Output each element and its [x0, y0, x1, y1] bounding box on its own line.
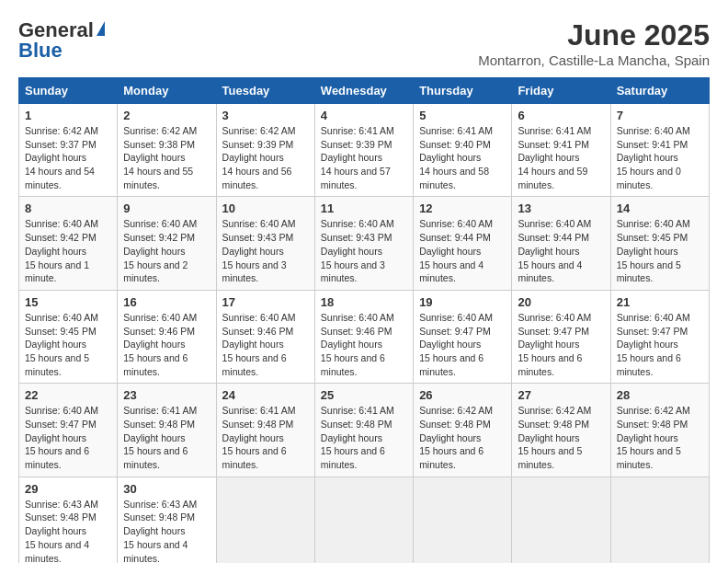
day-number: 9 [123, 201, 210, 215]
daylight-label: Daylight hours [419, 152, 481, 163]
cell-content: Sunrise: 6:40 AM Sunset: 9:42 PM Dayligh… [25, 217, 111, 284]
calendar-cell [512, 477, 610, 563]
sunset-label: Sunset: 9:40 PM [419, 139, 491, 150]
daylight-value: 15 hours and 6 minutes. [321, 445, 385, 470]
daylight-value: 15 hours and 6 minutes. [518, 352, 582, 377]
sunset-label: Sunset: 9:41 PM [617, 139, 688, 150]
daylight-value: 15 hours and 4 minutes. [25, 539, 89, 563]
calendar-cell [414, 477, 512, 563]
day-number: 13 [518, 201, 604, 215]
daylight-label: Daylight hours [123, 339, 185, 350]
daylight-label: Daylight hours [123, 246, 185, 257]
sunset-label: Sunset: 9:38 PM [123, 139, 195, 150]
daylight-value: 15 hours and 6 minutes. [123, 445, 188, 470]
sunset-label: Sunset: 9:47 PM [518, 326, 589, 337]
sunset-label: Sunset: 9:39 PM [321, 139, 392, 150]
sunrise-label: Sunrise: 6:41 AM [518, 125, 591, 136]
daylight-value: 15 hours and 2 minutes. [123, 259, 188, 284]
calendar-cell: 25 Sunrise: 6:41 AM Sunset: 9:48 PM Dayl… [314, 384, 413, 477]
sunrise-label: Sunrise: 6:42 AM [419, 405, 493, 416]
cell-content: Sunrise: 6:41 AM Sunset: 9:40 PM Dayligh… [419, 124, 506, 191]
day-number: 10 [222, 201, 309, 215]
sunrise-label: Sunrise: 6:40 AM [321, 312, 394, 323]
day-number: 30 [123, 482, 210, 496]
daylight-label: Daylight hours [25, 152, 86, 163]
cell-content: Sunrise: 6:41 AM Sunset: 9:48 PM Dayligh… [222, 404, 309, 471]
daylight-label: Daylight hours [617, 339, 678, 350]
daylight-value: 15 hours and 3 minutes. [321, 259, 385, 284]
calendar-cell: 29 Sunrise: 6:43 AM Sunset: 9:48 PM Dayl… [19, 477, 118, 563]
day-number: 16 [123, 295, 210, 309]
sunrise-label: Sunrise: 6:40 AM [25, 405, 98, 416]
day-number: 7 [617, 109, 703, 122]
sunset-label: Sunset: 9:48 PM [321, 419, 392, 430]
day-number: 2 [123, 109, 210, 122]
calendar-cell: 10 Sunrise: 6:40 AM Sunset: 9:43 PM Dayl… [216, 197, 314, 290]
calendar-cell: 22 Sunrise: 6:40 AM Sunset: 9:47 PM Dayl… [19, 384, 118, 477]
sunrise-label: Sunrise: 6:41 AM [321, 405, 394, 416]
daylight-label: Daylight hours [419, 246, 481, 257]
sunrise-label: Sunrise: 6:40 AM [25, 218, 98, 229]
day-number: 28 [617, 388, 703, 402]
day-number: 25 [321, 388, 407, 402]
daylight-label: Daylight hours [419, 339, 481, 350]
daylight-label: Daylight hours [617, 152, 678, 163]
cell-content: Sunrise: 6:42 AM Sunset: 9:48 PM Dayligh… [617, 404, 703, 471]
sunset-label: Sunset: 9:44 PM [419, 232, 491, 243]
day-of-week-header: Monday [118, 78, 216, 104]
day-of-week-header: Thursday [414, 78, 512, 104]
cell-content: Sunrise: 6:40 AM Sunset: 9:47 PM Dayligh… [518, 311, 604, 378]
daylight-value: 15 hours and 4 minutes. [518, 259, 582, 284]
cell-content: Sunrise: 6:41 AM Sunset: 9:41 PM Dayligh… [518, 124, 604, 191]
cell-content: Sunrise: 6:40 AM Sunset: 9:46 PM Dayligh… [123, 311, 210, 378]
cell-content: Sunrise: 6:42 AM Sunset: 9:48 PM Dayligh… [518, 404, 604, 471]
sunset-label: Sunset: 9:42 PM [25, 232, 97, 243]
sunrise-label: Sunrise: 6:40 AM [123, 218, 197, 229]
sunrise-label: Sunrise: 6:40 AM [518, 312, 591, 323]
calendar-cell: 5 Sunrise: 6:41 AM Sunset: 9:40 PM Dayli… [414, 104, 512, 197]
calendar-cell: 28 Sunrise: 6:42 AM Sunset: 9:48 PM Dayl… [610, 384, 709, 477]
sunrise-label: Sunrise: 6:40 AM [617, 218, 690, 229]
daylight-label: Daylight hours [123, 432, 185, 443]
daylight-value: 15 hours and 0 minutes. [617, 166, 681, 190]
calendar-cell: 17 Sunrise: 6:40 AM Sunset: 9:46 PM Dayl… [216, 290, 314, 383]
daylight-label: Daylight hours [222, 339, 284, 350]
daylight-value: 15 hours and 6 minutes. [419, 352, 483, 377]
day-number: 12 [419, 201, 506, 215]
calendar-cell: 11 Sunrise: 6:40 AM Sunset: 9:43 PM Dayl… [314, 197, 413, 290]
daylight-label: Daylight hours [617, 246, 678, 257]
daylight-label: Daylight hours [123, 525, 185, 536]
daylight-value: 15 hours and 3 minutes. [222, 259, 287, 284]
cell-content: Sunrise: 6:40 AM Sunset: 9:45 PM Dayligh… [617, 217, 703, 284]
daylight-label: Daylight hours [518, 432, 579, 443]
calendar-cell: 15 Sunrise: 6:40 AM Sunset: 9:45 PM Dayl… [19, 290, 118, 383]
day-of-week-header: Sunday [19, 78, 118, 104]
sunset-label: Sunset: 9:48 PM [222, 419, 294, 430]
calendar-cell: 26 Sunrise: 6:42 AM Sunset: 9:48 PM Dayl… [414, 384, 512, 477]
day-number: 20 [518, 295, 604, 309]
sunrise-label: Sunrise: 6:42 AM [518, 405, 591, 416]
calendar-cell: 18 Sunrise: 6:40 AM Sunset: 9:46 PM Dayl… [314, 290, 413, 383]
calendar-cell: 13 Sunrise: 6:40 AM Sunset: 9:44 PM Dayl… [512, 197, 610, 290]
daylight-label: Daylight hours [25, 246, 86, 257]
cell-content: Sunrise: 6:40 AM Sunset: 9:44 PM Dayligh… [518, 217, 604, 284]
daylight-label: Daylight hours [617, 432, 678, 443]
cell-content: Sunrise: 6:41 AM Sunset: 9:48 PM Dayligh… [321, 404, 407, 471]
calendar-cell [610, 477, 709, 563]
day-of-week-header: Saturday [610, 78, 709, 104]
sunrise-label: Sunrise: 6:40 AM [222, 218, 296, 229]
sunset-label: Sunset: 9:44 PM [518, 232, 589, 243]
cell-content: Sunrise: 6:40 AM Sunset: 9:42 PM Dayligh… [123, 217, 210, 284]
day-number: 3 [222, 109, 309, 122]
daylight-label: Daylight hours [518, 246, 579, 257]
daylight-label: Daylight hours [222, 432, 284, 443]
cell-content: Sunrise: 6:41 AM Sunset: 9:39 PM Dayligh… [321, 124, 407, 191]
daylight-value: 15 hours and 1 minute. [25, 259, 89, 284]
calendar-cell: 27 Sunrise: 6:42 AM Sunset: 9:48 PM Dayl… [512, 384, 610, 477]
cell-content: Sunrise: 6:40 AM Sunset: 9:46 PM Dayligh… [222, 311, 309, 378]
calendar-cell: 2 Sunrise: 6:42 AM Sunset: 9:38 PM Dayli… [118, 104, 216, 197]
daylight-value: 15 hours and 6 minutes. [419, 445, 483, 470]
cell-content: Sunrise: 6:40 AM Sunset: 9:43 PM Dayligh… [321, 217, 407, 284]
daylight-value: 15 hours and 4 minutes. [123, 539, 188, 563]
calendar-cell: 20 Sunrise: 6:40 AM Sunset: 9:47 PM Dayl… [512, 290, 610, 383]
